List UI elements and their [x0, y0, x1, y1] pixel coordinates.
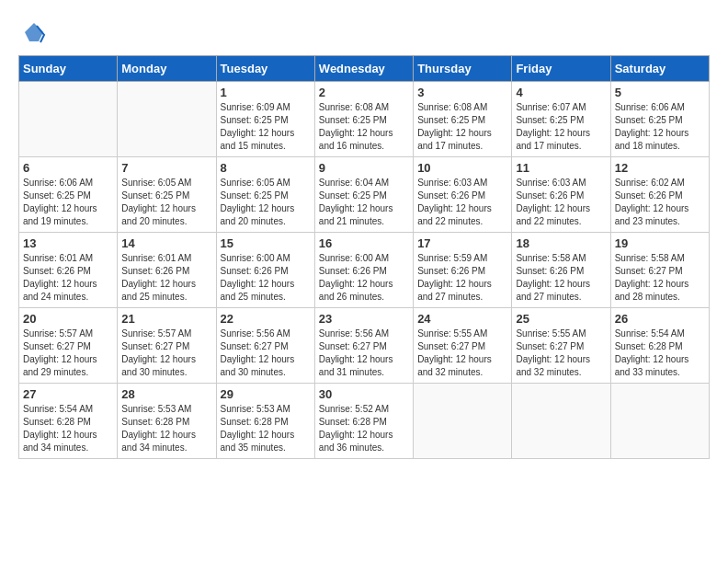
day-info: Sunrise: 6:01 AM Sunset: 6:26 PM Dayligh…: [23, 252, 113, 304]
calendar-cell: 26Sunrise: 5:54 AM Sunset: 6:28 PM Dayli…: [610, 308, 709, 384]
calendar-cell: 13Sunrise: 6:01 AM Sunset: 6:26 PM Dayli…: [19, 233, 118, 308]
day-info: Sunrise: 5:59 AM Sunset: 6:26 PM Dayligh…: [417, 252, 507, 304]
calendar-cell: 5Sunrise: 6:06 AM Sunset: 6:25 PM Daylig…: [610, 82, 709, 157]
day-number: 11: [516, 161, 606, 175]
calendar-cell: 17Sunrise: 5:59 AM Sunset: 6:26 PM Dayli…: [414, 233, 512, 308]
day-number: 16: [319, 236, 409, 250]
weekday-header-tuesday: Tuesday: [216, 56, 314, 82]
calendar-cell: [512, 384, 610, 459]
day-info: Sunrise: 6:01 AM Sunset: 6:26 PM Dayligh…: [121, 252, 211, 304]
logo: [18, 18, 48, 46]
day-number: 12: [615, 161, 705, 175]
day-info: Sunrise: 6:08 AM Sunset: 6:25 PM Dayligh…: [417, 101, 507, 153]
week-row-0: 1Sunrise: 6:09 AM Sunset: 6:25 PM Daylig…: [19, 82, 710, 157]
day-info: Sunrise: 6:08 AM Sunset: 6:25 PM Dayligh…: [319, 101, 409, 153]
calendar-cell: 8Sunrise: 6:05 AM Sunset: 6:25 PM Daylig…: [216, 157, 314, 233]
calendar-cell: 30Sunrise: 5:52 AM Sunset: 6:28 PM Dayli…: [314, 384, 413, 459]
day-number: 10: [417, 161, 507, 175]
day-info: Sunrise: 5:58 AM Sunset: 6:26 PM Dayligh…: [516, 252, 606, 304]
calendar-cell: 21Sunrise: 5:57 AM Sunset: 6:27 PM Dayli…: [118, 308, 216, 384]
calendar-table: SundayMondayTuesdayWednesdayThursdayFrid…: [18, 55, 710, 459]
day-number: 24: [417, 312, 507, 326]
calendar-body: 1Sunrise: 6:09 AM Sunset: 6:25 PM Daylig…: [19, 82, 710, 459]
calendar-cell: 19Sunrise: 5:58 AM Sunset: 6:27 PM Dayli…: [610, 233, 709, 308]
week-row-2: 13Sunrise: 6:01 AM Sunset: 6:26 PM Dayli…: [19, 233, 710, 308]
calendar-cell: 10Sunrise: 6:03 AM Sunset: 6:26 PM Dayli…: [414, 157, 512, 233]
calendar-cell: [19, 82, 118, 157]
day-number: 9: [319, 161, 409, 175]
day-info: Sunrise: 5:55 AM Sunset: 6:27 PM Dayligh…: [417, 327, 507, 379]
week-row-4: 27Sunrise: 5:54 AM Sunset: 6:28 PM Dayli…: [19, 384, 710, 459]
day-number: 22: [221, 312, 311, 326]
day-number: 1: [221, 86, 311, 99]
header: [18, 18, 710, 46]
week-row-1: 6Sunrise: 6:06 AM Sunset: 6:25 PM Daylig…: [19, 157, 710, 233]
day-info: Sunrise: 5:53 AM Sunset: 6:28 PM Dayligh…: [121, 403, 211, 454]
calendar-cell: 4Sunrise: 6:07 AM Sunset: 6:25 PM Daylig…: [512, 82, 610, 157]
calendar-cell: 27Sunrise: 5:54 AM Sunset: 6:28 PM Dayli…: [19, 384, 118, 459]
day-info: Sunrise: 6:04 AM Sunset: 6:25 PM Dayligh…: [319, 177, 409, 228]
weekday-row: SundayMondayTuesdayWednesdayThursdayFrid…: [19, 56, 710, 82]
calendar-cell: 3Sunrise: 6:08 AM Sunset: 6:25 PM Daylig…: [414, 82, 512, 157]
week-row-3: 20Sunrise: 5:57 AM Sunset: 6:27 PM Dayli…: [19, 308, 710, 384]
day-info: Sunrise: 5:54 AM Sunset: 6:28 PM Dayligh…: [23, 403, 113, 454]
day-number: 27: [23, 387, 113, 401]
day-number: 7: [121, 161, 211, 175]
weekday-header-wednesday: Wednesday: [314, 56, 413, 82]
calendar-cell: 20Sunrise: 5:57 AM Sunset: 6:27 PM Dayli…: [19, 308, 118, 384]
day-info: Sunrise: 5:57 AM Sunset: 6:27 PM Dayligh…: [121, 327, 211, 379]
calendar-cell: 18Sunrise: 5:58 AM Sunset: 6:26 PM Dayli…: [512, 233, 610, 308]
day-info: Sunrise: 6:03 AM Sunset: 6:26 PM Dayligh…: [417, 177, 507, 228]
calendar-cell: 24Sunrise: 5:55 AM Sunset: 6:27 PM Dayli…: [414, 308, 512, 384]
weekday-header-monday: Monday: [118, 56, 216, 82]
calendar-cell: 11Sunrise: 6:03 AM Sunset: 6:26 PM Dayli…: [512, 157, 610, 233]
calendar-cell: 22Sunrise: 5:56 AM Sunset: 6:27 PM Dayli…: [216, 308, 314, 384]
day-number: 25: [516, 312, 606, 326]
day-info: Sunrise: 6:05 AM Sunset: 6:25 PM Dayligh…: [121, 177, 211, 228]
day-number: 5: [615, 86, 705, 99]
calendar-cell: 15Sunrise: 6:00 AM Sunset: 6:26 PM Dayli…: [216, 233, 314, 308]
day-info: Sunrise: 5:52 AM Sunset: 6:28 PM Dayligh…: [319, 403, 409, 454]
weekday-header-friday: Friday: [512, 56, 610, 82]
day-info: Sunrise: 6:09 AM Sunset: 6:25 PM Dayligh…: [221, 101, 311, 153]
day-number: 8: [221, 161, 311, 175]
calendar-cell: 28Sunrise: 5:53 AM Sunset: 6:28 PM Dayli…: [118, 384, 216, 459]
calendar-cell: 6Sunrise: 6:06 AM Sunset: 6:25 PM Daylig…: [19, 157, 118, 233]
day-number: 30: [319, 387, 409, 401]
day-info: Sunrise: 5:54 AM Sunset: 6:28 PM Dayligh…: [615, 327, 705, 379]
calendar-cell: [118, 82, 216, 157]
day-info: Sunrise: 6:00 AM Sunset: 6:26 PM Dayligh…: [319, 252, 409, 304]
day-info: Sunrise: 6:02 AM Sunset: 6:26 PM Dayligh…: [615, 177, 705, 228]
day-number: 3: [417, 86, 507, 99]
logo-icon: [20, 18, 48, 46]
calendar-cell: 16Sunrise: 6:00 AM Sunset: 6:26 PM Dayli…: [314, 233, 413, 308]
calendar-cell: 1Sunrise: 6:09 AM Sunset: 6:25 PM Daylig…: [216, 82, 314, 157]
calendar-cell: 7Sunrise: 6:05 AM Sunset: 6:25 PM Daylig…: [118, 157, 216, 233]
calendar-cell: 25Sunrise: 5:55 AM Sunset: 6:27 PM Dayli…: [512, 308, 610, 384]
day-number: 19: [615, 236, 705, 250]
day-number: 4: [516, 86, 606, 99]
calendar-cell: 23Sunrise: 5:56 AM Sunset: 6:27 PM Dayli…: [314, 308, 413, 384]
day-number: 21: [121, 312, 211, 326]
day-info: Sunrise: 6:06 AM Sunset: 6:25 PM Dayligh…: [615, 101, 705, 153]
day-info: Sunrise: 5:56 AM Sunset: 6:27 PM Dayligh…: [319, 327, 409, 379]
calendar-cell: 2Sunrise: 6:08 AM Sunset: 6:25 PM Daylig…: [314, 82, 413, 157]
day-number: 14: [121, 236, 211, 250]
day-info: Sunrise: 6:05 AM Sunset: 6:25 PM Dayligh…: [221, 177, 311, 228]
day-info: Sunrise: 5:56 AM Sunset: 6:27 PM Dayligh…: [221, 327, 311, 379]
day-number: 13: [23, 236, 113, 250]
day-info: Sunrise: 5:58 AM Sunset: 6:27 PM Dayligh…: [615, 252, 705, 304]
day-info: Sunrise: 5:55 AM Sunset: 6:27 PM Dayligh…: [516, 327, 606, 379]
day-number: 18: [516, 236, 606, 250]
weekday-header-saturday: Saturday: [610, 56, 709, 82]
calendar-cell: 29Sunrise: 5:53 AM Sunset: 6:28 PM Dayli…: [216, 384, 314, 459]
day-number: 20: [23, 312, 113, 326]
day-number: 17: [417, 236, 507, 250]
day-info: Sunrise: 6:07 AM Sunset: 6:25 PM Dayligh…: [516, 101, 606, 153]
day-number: 2: [319, 86, 409, 99]
day-info: Sunrise: 6:06 AM Sunset: 6:25 PM Dayligh…: [23, 177, 113, 228]
calendar-cell: [414, 384, 512, 459]
calendar-cell: [610, 384, 709, 459]
day-number: 28: [121, 387, 211, 401]
day-info: Sunrise: 6:00 AM Sunset: 6:26 PM Dayligh…: [221, 252, 311, 304]
